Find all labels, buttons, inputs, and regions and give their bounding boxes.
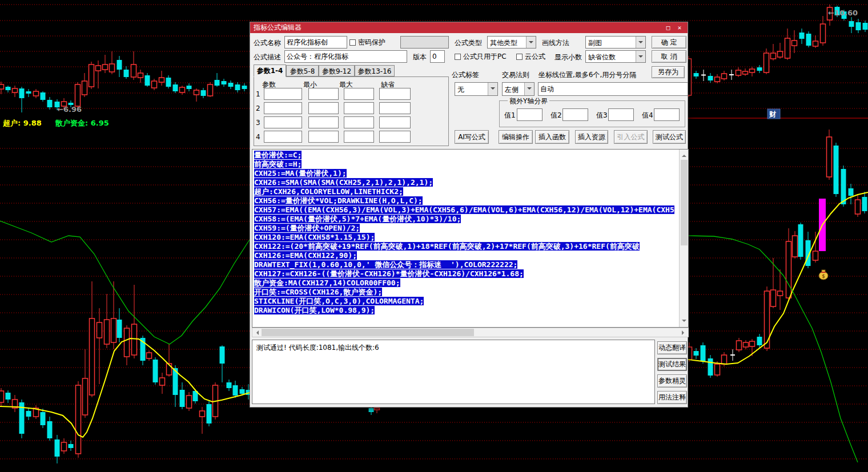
code-line-text: DRAWICON(开口笑,LOW*0.98,9); <box>254 306 375 314</box>
extra-y-input-4[interactable] <box>654 108 680 121</box>
candle <box>744 342 749 347</box>
param-wizard-button[interactable]: 参数精灵 <box>657 374 687 388</box>
chevron-down-icon[interactable] <box>636 51 645 62</box>
checkbox-icon[interactable] <box>349 39 356 46</box>
formula-name-input[interactable] <box>284 36 347 49</box>
candle <box>785 38 790 58</box>
param-input-r3c1[interactable] <box>264 116 302 128</box>
decimals-value: 缺省位数 <box>588 53 616 62</box>
scroll-up-icon[interactable] <box>682 152 686 157</box>
dialog-titlebar[interactable]: 指标公式编辑器 □ ✕ <box>250 22 688 33</box>
candle <box>750 69 755 72</box>
test-formula-button[interactable]: 测试公式 <box>653 130 686 144</box>
candle <box>708 358 713 376</box>
candle <box>862 197 867 211</box>
param-input-r1c2[interactable] <box>308 88 339 100</box>
candle <box>806 34 811 46</box>
extra-y-label: 额外Y轴分界 <box>508 96 549 106</box>
extra-y-input-2[interactable] <box>562 108 588 121</box>
param-input-r1c3[interactable] <box>344 88 374 100</box>
chevron-down-icon[interactable] <box>526 37 536 48</box>
pc-only-checkbox[interactable]: 公式只用于PC <box>455 52 507 62</box>
candle <box>715 364 720 375</box>
candle <box>166 78 171 87</box>
param-input-r2c2[interactable] <box>308 102 339 114</box>
param-input-r4c3[interactable] <box>344 131 374 143</box>
save-as-button[interactable]: 另存为 <box>652 66 685 78</box>
param-input-r3c4[interactable] <box>379 116 411 128</box>
usage-notes-button[interactable]: 用法注释 <box>657 391 687 404</box>
candle <box>222 81 227 84</box>
ai-write-formula-button[interactable]: AI写公式 <box>455 130 489 144</box>
param-input-r4c1[interactable] <box>264 131 302 143</box>
vertical-scrollbar[interactable] <box>679 150 688 327</box>
decimals-select[interactable]: 缺省位数 <box>585 50 646 63</box>
candle <box>771 290 776 306</box>
chevron-down-icon[interactable] <box>636 37 645 48</box>
candle <box>220 346 225 364</box>
cloud-formula-label: 云公式 <box>525 53 545 60</box>
axis-position-input[interactable] <box>538 82 688 96</box>
maximize-icon[interactable]: □ <box>664 24 673 32</box>
dynamic-translate-button[interactable]: 动态翻译 <box>657 341 687 354</box>
candle <box>722 355 727 364</box>
version-input[interactable] <box>430 50 445 63</box>
import-formula-button[interactable]: 引入公式 <box>614 130 648 144</box>
edit-operation-button[interactable]: 编辑操作 <box>499 130 533 144</box>
cancel-button[interactable]: 取 消 <box>652 50 686 63</box>
test-result-button[interactable]: 测试结果 <box>657 358 687 371</box>
password-protect-checkbox[interactable]: 密码保护 <box>349 38 385 47</box>
tab-参数1-4[interactable]: 参数1-4 <box>254 64 286 77</box>
chevron-down-icon[interactable] <box>488 83 497 95</box>
horizontal-scrollbar-thumb[interactable] <box>262 329 474 336</box>
chevron-down-icon[interactable] <box>524 83 534 95</box>
param-input-r2c1[interactable] <box>264 102 302 114</box>
tab-参数13-16[interactable]: 参数13-16 <box>355 65 395 76</box>
param-input-r2c3[interactable] <box>344 102 374 114</box>
formula-type-select[interactable]: 其他类型 <box>487 36 536 49</box>
scroll-left-icon[interactable] <box>254 330 259 335</box>
draw-method-select[interactable]: 副图 <box>585 36 646 49</box>
checkbox-icon[interactable] <box>455 54 461 60</box>
formula-desc-input[interactable] <box>284 50 407 63</box>
code-line: CXH58:=(EMA(量价潜伏,5)*7+EMA(量价潜伏,10)*3)/10… <box>254 215 678 224</box>
candle <box>75 84 81 106</box>
insert-resource-button[interactable]: 插入资源 <box>575 130 608 144</box>
candle <box>375 408 380 410</box>
extra-y-input-1[interactable] <box>517 108 542 121</box>
sanhu-value-label: 散户资金: 6.95 <box>55 119 109 127</box>
insert-function-button[interactable]: 插入函数 <box>535 130 569 144</box>
param-input-r1c1[interactable] <box>264 88 302 100</box>
scroll-right-icon[interactable] <box>682 330 686 335</box>
code-line: 前高突破:=H; <box>254 160 678 169</box>
param-input-r2c4[interactable] <box>379 102 411 114</box>
close-icon[interactable]: ✕ <box>675 24 684 32</box>
code-line-text: 开口笑:=CROSS(CXH126,散户资金); <box>254 288 382 296</box>
ok-button[interactable]: 确 定 <box>652 36 686 49</box>
formula-tag-select[interactable]: 无 <box>455 82 498 96</box>
cloud-formula-checkbox[interactable]: 云公式 <box>516 52 545 62</box>
vertical-scrollbar-thumb[interactable] <box>681 160 688 245</box>
formula-type-label: 公式类型 <box>455 38 482 48</box>
param-input-r4c4[interactable] <box>379 131 411 143</box>
extra-y-input-3[interactable] <box>608 108 634 121</box>
tab-参数5-8[interactable]: 参数5-8 <box>286 65 319 76</box>
param-input-r4c2[interactable] <box>308 131 339 143</box>
trade-rule-select[interactable]: 左侧 <box>502 82 535 96</box>
candle <box>737 341 742 350</box>
candle <box>849 21 854 27</box>
candle <box>701 345 706 361</box>
candle <box>792 41 797 46</box>
candle <box>47 421 53 438</box>
checkbox-icon[interactable] <box>516 54 523 60</box>
candle <box>34 91 39 96</box>
code-editor[interactable]: 量价潜伏:=C;前高突破:=H;CXH25:=MA(量价潜伏,1);CXH26:… <box>252 149 689 328</box>
param-input-r3c3[interactable] <box>344 116 374 128</box>
horizontal-scrollbar[interactable] <box>252 328 689 337</box>
code-line: STICKLINE(开口笑,O,C,3,0),COLORMAGENTA; <box>254 297 678 306</box>
tab-参数9-12[interactable]: 参数9-12 <box>319 65 355 76</box>
scroll-down-icon[interactable] <box>682 320 686 324</box>
param-input-r1c4[interactable] <box>379 88 411 100</box>
candle <box>813 251 818 260</box>
param-input-r3c2[interactable] <box>308 116 339 128</box>
